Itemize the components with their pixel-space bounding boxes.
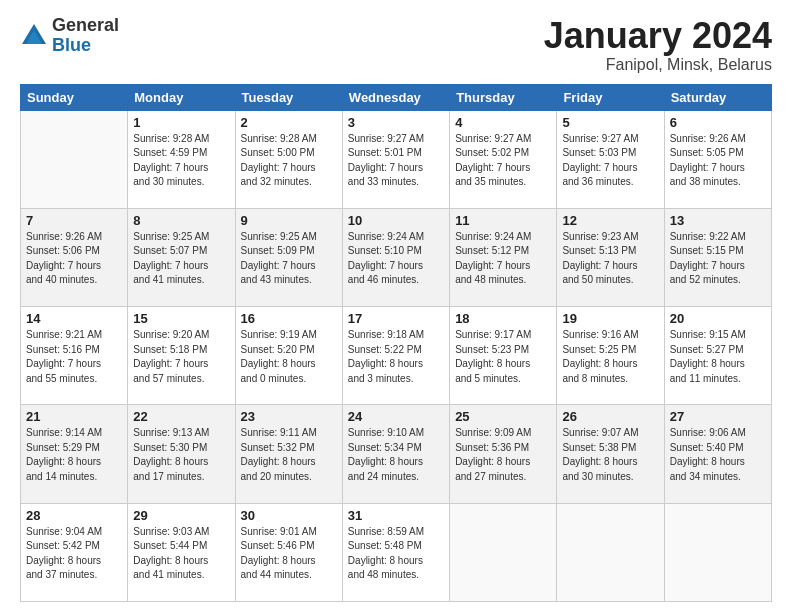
day-number: 19 <box>562 311 658 326</box>
page: General Blue January 2024 Fanipol, Minsk… <box>0 0 792 612</box>
calendar-cell-w2-d5: 11Sunrise: 9:24 AM Sunset: 5:12 PM Dayli… <box>450 208 557 306</box>
calendar-cell-w1-d2: 1Sunrise: 9:28 AM Sunset: 4:59 PM Daylig… <box>128 110 235 208</box>
day-info: Sunrise: 9:16 AM Sunset: 5:25 PM Dayligh… <box>562 328 658 386</box>
calendar-cell-w4-d5: 25Sunrise: 9:09 AM Sunset: 5:36 PM Dayli… <box>450 405 557 503</box>
col-header-sunday: Sunday <box>21 84 128 110</box>
day-number: 16 <box>241 311 337 326</box>
day-info: Sunrise: 9:28 AM Sunset: 5:00 PM Dayligh… <box>241 132 337 190</box>
logo-blue-text: Blue <box>52 36 119 56</box>
logo-general-text: General <box>52 16 119 36</box>
calendar-cell-w2-d6: 12Sunrise: 9:23 AM Sunset: 5:13 PM Dayli… <box>557 208 664 306</box>
day-info: Sunrise: 8:59 AM Sunset: 5:48 PM Dayligh… <box>348 525 444 583</box>
day-info: Sunrise: 9:24 AM Sunset: 5:10 PM Dayligh… <box>348 230 444 288</box>
calendar-cell-w4-d1: 21Sunrise: 9:14 AM Sunset: 5:29 PM Dayli… <box>21 405 128 503</box>
calendar-table: Sunday Monday Tuesday Wednesday Thursday… <box>20 84 772 602</box>
calendar-cell-w5-d6 <box>557 503 664 601</box>
day-number: 28 <box>26 508 122 523</box>
day-number: 27 <box>670 409 766 424</box>
day-info: Sunrise: 9:26 AM Sunset: 5:06 PM Dayligh… <box>26 230 122 288</box>
day-number: 12 <box>562 213 658 228</box>
col-header-thursday: Thursday <box>450 84 557 110</box>
day-number: 11 <box>455 213 551 228</box>
col-header-saturday: Saturday <box>664 84 771 110</box>
day-info: Sunrise: 9:14 AM Sunset: 5:29 PM Dayligh… <box>26 426 122 484</box>
calendar-title: January 2024 <box>544 16 772 56</box>
day-number: 13 <box>670 213 766 228</box>
day-number: 18 <box>455 311 551 326</box>
day-info: Sunrise: 9:21 AM Sunset: 5:16 PM Dayligh… <box>26 328 122 386</box>
day-info: Sunrise: 9:17 AM Sunset: 5:23 PM Dayligh… <box>455 328 551 386</box>
calendar-cell-w3-d4: 17Sunrise: 9:18 AM Sunset: 5:22 PM Dayli… <box>342 307 449 405</box>
day-number: 30 <box>241 508 337 523</box>
day-info: Sunrise: 9:03 AM Sunset: 5:44 PM Dayligh… <box>133 525 229 583</box>
day-number: 15 <box>133 311 229 326</box>
calendar-week-row-4: 21Sunrise: 9:14 AM Sunset: 5:29 PM Dayli… <box>21 405 772 503</box>
logo: General Blue <box>20 16 119 56</box>
calendar-cell-w3-d2: 15Sunrise: 9:20 AM Sunset: 5:18 PM Dayli… <box>128 307 235 405</box>
col-header-wednesday: Wednesday <box>342 84 449 110</box>
day-number: 24 <box>348 409 444 424</box>
day-number: 4 <box>455 115 551 130</box>
calendar-cell-w1-d1 <box>21 110 128 208</box>
calendar-cell-w1-d5: 4Sunrise: 9:27 AM Sunset: 5:02 PM Daylig… <box>450 110 557 208</box>
calendar-cell-w2-d1: 7Sunrise: 9:26 AM Sunset: 5:06 PM Daylig… <box>21 208 128 306</box>
day-number: 25 <box>455 409 551 424</box>
day-info: Sunrise: 9:27 AM Sunset: 5:03 PM Dayligh… <box>562 132 658 190</box>
calendar-cell-w4-d3: 23Sunrise: 9:11 AM Sunset: 5:32 PM Dayli… <box>235 405 342 503</box>
day-number: 3 <box>348 115 444 130</box>
day-number: 23 <box>241 409 337 424</box>
day-number: 2 <box>241 115 337 130</box>
calendar-cell-w4-d7: 27Sunrise: 9:06 AM Sunset: 5:40 PM Dayli… <box>664 405 771 503</box>
calendar-cell-w4-d4: 24Sunrise: 9:10 AM Sunset: 5:34 PM Dayli… <box>342 405 449 503</box>
day-number: 14 <box>26 311 122 326</box>
day-number: 26 <box>562 409 658 424</box>
calendar-cell-w5-d1: 28Sunrise: 9:04 AM Sunset: 5:42 PM Dayli… <box>21 503 128 601</box>
day-info: Sunrise: 9:19 AM Sunset: 5:20 PM Dayligh… <box>241 328 337 386</box>
day-number: 22 <box>133 409 229 424</box>
calendar-cell-w2-d3: 9Sunrise: 9:25 AM Sunset: 5:09 PM Daylig… <box>235 208 342 306</box>
day-info: Sunrise: 9:22 AM Sunset: 5:15 PM Dayligh… <box>670 230 766 288</box>
calendar-cell-w2-d4: 10Sunrise: 9:24 AM Sunset: 5:10 PM Dayli… <box>342 208 449 306</box>
day-info: Sunrise: 9:25 AM Sunset: 5:09 PM Dayligh… <box>241 230 337 288</box>
day-number: 31 <box>348 508 444 523</box>
col-header-tuesday: Tuesday <box>235 84 342 110</box>
calendar-subtitle: Fanipol, Minsk, Belarus <box>544 56 772 74</box>
calendar-cell-w3-d1: 14Sunrise: 9:21 AM Sunset: 5:16 PM Dayli… <box>21 307 128 405</box>
day-number: 29 <box>133 508 229 523</box>
calendar-cell-w2-d2: 8Sunrise: 9:25 AM Sunset: 5:07 PM Daylig… <box>128 208 235 306</box>
calendar-cell-w5-d3: 30Sunrise: 9:01 AM Sunset: 5:46 PM Dayli… <box>235 503 342 601</box>
calendar-week-row-1: 1Sunrise: 9:28 AM Sunset: 4:59 PM Daylig… <box>21 110 772 208</box>
day-info: Sunrise: 9:27 AM Sunset: 5:02 PM Dayligh… <box>455 132 551 190</box>
day-number: 9 <box>241 213 337 228</box>
calendar-cell-w3-d3: 16Sunrise: 9:19 AM Sunset: 5:20 PM Dayli… <box>235 307 342 405</box>
day-info: Sunrise: 9:06 AM Sunset: 5:40 PM Dayligh… <box>670 426 766 484</box>
day-info: Sunrise: 9:20 AM Sunset: 5:18 PM Dayligh… <box>133 328 229 386</box>
day-number: 7 <box>26 213 122 228</box>
day-info: Sunrise: 9:26 AM Sunset: 5:05 PM Dayligh… <box>670 132 766 190</box>
day-number: 21 <box>26 409 122 424</box>
day-info: Sunrise: 9:24 AM Sunset: 5:12 PM Dayligh… <box>455 230 551 288</box>
day-info: Sunrise: 9:10 AM Sunset: 5:34 PM Dayligh… <box>348 426 444 484</box>
day-number: 5 <box>562 115 658 130</box>
col-header-monday: Monday <box>128 84 235 110</box>
calendar-cell-w4-d2: 22Sunrise: 9:13 AM Sunset: 5:30 PM Dayli… <box>128 405 235 503</box>
day-info: Sunrise: 9:25 AM Sunset: 5:07 PM Dayligh… <box>133 230 229 288</box>
calendar-cell-w3-d6: 19Sunrise: 9:16 AM Sunset: 5:25 PM Dayli… <box>557 307 664 405</box>
day-number: 10 <box>348 213 444 228</box>
calendar-cell-w5-d4: 31Sunrise: 8:59 AM Sunset: 5:48 PM Dayli… <box>342 503 449 601</box>
calendar-week-row-2: 7Sunrise: 9:26 AM Sunset: 5:06 PM Daylig… <box>21 208 772 306</box>
day-number: 1 <box>133 115 229 130</box>
day-info: Sunrise: 9:11 AM Sunset: 5:32 PM Dayligh… <box>241 426 337 484</box>
col-header-friday: Friday <box>557 84 664 110</box>
day-info: Sunrise: 9:04 AM Sunset: 5:42 PM Dayligh… <box>26 525 122 583</box>
calendar-week-row-3: 14Sunrise: 9:21 AM Sunset: 5:16 PM Dayli… <box>21 307 772 405</box>
day-info: Sunrise: 9:09 AM Sunset: 5:36 PM Dayligh… <box>455 426 551 484</box>
calendar-cell-w1-d7: 6Sunrise: 9:26 AM Sunset: 5:05 PM Daylig… <box>664 110 771 208</box>
day-info: Sunrise: 9:23 AM Sunset: 5:13 PM Dayligh… <box>562 230 658 288</box>
day-info: Sunrise: 9:28 AM Sunset: 4:59 PM Dayligh… <box>133 132 229 190</box>
day-info: Sunrise: 9:27 AM Sunset: 5:01 PM Dayligh… <box>348 132 444 190</box>
calendar-header-row: Sunday Monday Tuesday Wednesday Thursday… <box>21 84 772 110</box>
calendar-cell-w3-d7: 20Sunrise: 9:15 AM Sunset: 5:27 PM Dayli… <box>664 307 771 405</box>
day-info: Sunrise: 9:18 AM Sunset: 5:22 PM Dayligh… <box>348 328 444 386</box>
calendar-cell-w1-d3: 2Sunrise: 9:28 AM Sunset: 5:00 PM Daylig… <box>235 110 342 208</box>
